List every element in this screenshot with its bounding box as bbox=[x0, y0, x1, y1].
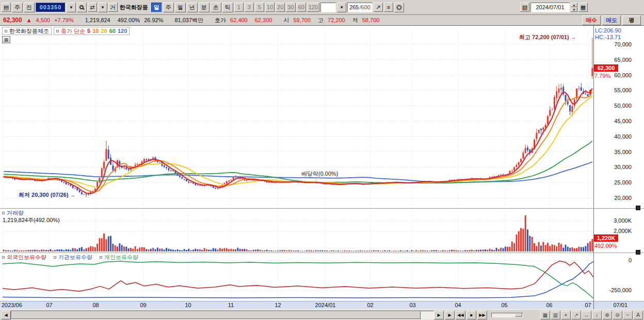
zoom-in-icon[interactable]: ⊕ bbox=[602, 311, 612, 319]
indicator-icon[interactable]: ≡ bbox=[384, 3, 393, 12]
svg-text:04: 04 bbox=[455, 302, 461, 308]
date-spin-up-icon[interactable]: ▲ bbox=[571, 3, 577, 7]
individual-legend-bullet-icon bbox=[100, 256, 102, 259]
svg-text:05: 05 bbox=[501, 302, 507, 308]
sell-button[interactable]: 매도 bbox=[602, 15, 621, 25]
compare-tool-icon[interactable]: ⇄ bbox=[88, 3, 97, 12]
stock-legend-box: 한국화장품제조 bbox=[2, 27, 52, 35]
speed-slider-thumb[interactable] bbox=[515, 313, 522, 317]
panes-icon[interactable]: ▥ bbox=[551, 311, 560, 319]
hc-value: HC:-13.71 bbox=[595, 34, 621, 41]
period-week-button[interactable]: 주 bbox=[163, 3, 174, 12]
svg-text:50,000: 50,000 bbox=[614, 103, 632, 109]
zoom-out-icon[interactable]: ⊖ bbox=[613, 311, 622, 319]
scrollbar-thumb[interactable] bbox=[11, 311, 421, 319]
calendar-icon[interactable]: ▦ bbox=[578, 3, 588, 12]
minus-button[interactable]: − bbox=[623, 311, 633, 319]
svg-text:02: 02 bbox=[367, 302, 373, 308]
buy-button[interactable]: 매수 bbox=[582, 15, 601, 25]
scrollbar-track[interactable] bbox=[11, 311, 434, 319]
svg-text:25,000: 25,000 bbox=[614, 179, 632, 186]
screen-layout-icon[interactable]: ▧ bbox=[520, 3, 529, 12]
scroll-right-icon[interactable]: ▶ bbox=[434, 311, 444, 319]
trendline-icon[interactable]: ↗ bbox=[571, 311, 581, 319]
minute-5-button[interactable]: 5 bbox=[255, 3, 264, 12]
interval-combo[interactable] bbox=[320, 3, 336, 12]
grid-icon[interactable]: ▦ bbox=[540, 311, 550, 319]
svg-text:2023/06: 2023/06 bbox=[2, 302, 22, 308]
svg-text:07: 07 bbox=[46, 302, 52, 308]
expand-horizontal-icon[interactable]: ↔ bbox=[582, 311, 591, 319]
candle-count-max: /600 bbox=[359, 4, 370, 10]
settings-button[interactable] bbox=[394, 3, 404, 12]
stock-code-input[interactable]: 003350 bbox=[36, 3, 66, 12]
low-arrow-icon: → bbox=[70, 192, 76, 198]
candle-count-box[interactable]: 265/600 bbox=[347, 3, 373, 12]
search-button[interactable] bbox=[77, 3, 87, 12]
svg-text:-250,000: -250,000 bbox=[609, 287, 632, 293]
ma-legend-box: 종가 단순 5 10 20 60 120 bbox=[54, 27, 130, 35]
code-dropdown-icon[interactable]: ▼ bbox=[67, 3, 76, 12]
svg-text:40,000: 40,000 bbox=[614, 133, 632, 140]
svg-text:08: 08 bbox=[92, 302, 99, 308]
minute-10-button[interactable]: 10 bbox=[265, 3, 275, 12]
fast-forward-button[interactable]: ▶▶ bbox=[477, 311, 487, 319]
period-year-button[interactable]: 년 bbox=[187, 3, 198, 12]
minute-3-button[interactable]: 3 bbox=[245, 3, 254, 12]
search-icon bbox=[79, 5, 84, 9]
interval-dropdown-icon[interactable]: ▼ bbox=[337, 3, 346, 12]
chart-window: ▤ 주 전 003350 ▼ ⇄ ▼ 거 한국화장품 일 주 월 년 분 초 틱… bbox=[0, 0, 644, 320]
svg-text:2,000K: 2,000K bbox=[614, 228, 632, 234]
ticker-prefix-toggle[interactable]: 거 bbox=[108, 3, 118, 12]
high-label: 고 bbox=[318, 16, 324, 24]
individual-holdings-label: 개인보유수량 bbox=[104, 254, 138, 261]
svg-text:55,000: 55,000 bbox=[614, 87, 632, 93]
svg-text:11: 11 bbox=[228, 302, 234, 308]
draw-tools-icon[interactable]: ↗ bbox=[374, 3, 383, 12]
svg-text:12: 12 bbox=[275, 302, 281, 308]
up-arrow-icon: ▲ bbox=[26, 17, 32, 23]
period-day-button[interactable]: 일 bbox=[151, 3, 162, 12]
svg-text:3,000K: 3,000K bbox=[614, 217, 632, 224]
minute-20-button[interactable]: 20 bbox=[276, 3, 285, 12]
chart-canvas[interactable]: 70,00065,00060,00055,00050,00045,00040,0… bbox=[0, 26, 644, 309]
ma60-label: 60 bbox=[109, 28, 116, 35]
minute-60-button[interactable]: 60 bbox=[297, 3, 306, 12]
play-button[interactable]: ▶ bbox=[445, 311, 455, 319]
turnover-pct: 26.92% bbox=[144, 17, 163, 23]
stop-button[interactable]: ■ bbox=[466, 311, 476, 319]
date-spin-down-icon[interactable]: ▼ bbox=[571, 7, 577, 12]
rewind-button[interactable]: ◀◀ bbox=[456, 311, 465, 319]
crosshair-icon[interactable]: + bbox=[561, 311, 571, 319]
unit-minute-button[interactable]: 분 bbox=[199, 3, 210, 12]
chart-legend: 한국화장품제조 종가 단순 5 10 20 60 120 bbox=[2, 27, 130, 35]
holdings-panel-toggle-button[interactable] bbox=[636, 250, 640, 255]
unit-tick-button[interactable]: 틱 bbox=[222, 3, 233, 12]
volume-panel-toggle-button[interactable] bbox=[636, 206, 640, 210]
speed-slider[interactable] bbox=[491, 313, 523, 317]
stock-type-button[interactable]: 주 bbox=[12, 3, 23, 12]
minute-30-button[interactable]: 30 bbox=[286, 3, 295, 12]
period-month-button[interactable]: 월 bbox=[175, 3, 186, 12]
scroll-left-icon[interactable]: ◀ bbox=[1, 311, 11, 319]
volume-panel-subtitle: 1,219,824주(492.00%) bbox=[3, 217, 60, 224]
minute-1-button[interactable]: 1 bbox=[234, 3, 244, 12]
chart-grid-tool-icon[interactable]: ▦ bbox=[2, 36, 10, 43]
prev-stock-button[interactable]: 전 bbox=[24, 3, 35, 12]
stock-legend-label: 한국화장품제조 bbox=[9, 28, 49, 35]
svg-text:07/01: 07/01 bbox=[613, 302, 627, 308]
candle-count-value: 265 bbox=[349, 4, 359, 10]
avg-button[interactable]: 평 bbox=[622, 15, 641, 25]
chart-area: 70,00065,00060,00055,00050,00045,00040,0… bbox=[0, 26, 644, 309]
date-input[interactable]: 2024/07/01 bbox=[530, 3, 570, 12]
minute-120-button[interactable]: 120 bbox=[307, 3, 319, 12]
annotation-a-button[interactable]: A bbox=[633, 311, 643, 319]
hoga-label: 호가 bbox=[215, 16, 226, 24]
svg-text:10: 10 bbox=[185, 302, 191, 308]
unit-second-button[interactable]: 초 bbox=[211, 3, 221, 12]
tool-dropdown-icon[interactable]: ▼ bbox=[98, 3, 107, 12]
expand-vertical-icon[interactable]: ↕ bbox=[592, 311, 602, 319]
high-annotation-text: 최고 72,200 (07/01) bbox=[519, 34, 569, 40]
svg-text:60,000: 60,000 bbox=[614, 72, 632, 78]
window-menu-icon[interactable]: ▤ bbox=[2, 3, 11, 12]
